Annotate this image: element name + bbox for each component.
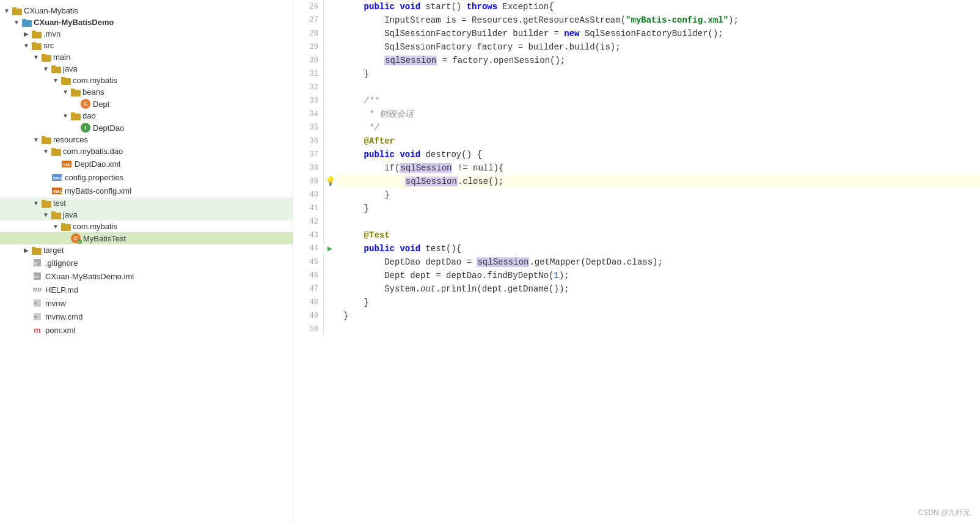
code-line-42: 42: [293, 215, 980, 229]
sidebar-item-java-test[interactable]: java: [0, 209, 293, 221]
sidebar-item-resources[interactable]: resources: [0, 134, 293, 145]
sidebar-item-mvnw[interactable]: ≡ mvnw: [0, 296, 293, 310]
code-line-39: 39 💡 sqlSession.close();: [293, 175, 980, 188]
sidebar-item-dept[interactable]: C Dept: [0, 98, 293, 110]
line-gutter-icon-bulb[interactable]: 💡: [324, 175, 336, 188]
svg-rect-19: [42, 136, 46, 139]
line-content[interactable]: }: [336, 309, 980, 323]
arrow-icon: [22, 246, 31, 255]
line-content[interactable]: * 销毁会话: [336, 108, 980, 121]
line-number: 41: [293, 202, 324, 215]
sidebar-item-help-md[interactable]: MD HELP.md: [0, 283, 293, 296]
sidebar-item-label: config.properties: [65, 173, 123, 182]
sidebar-item-label: dao: [82, 111, 96, 120]
line-content[interactable]: public void start() throws Exception{: [336, 0, 980, 13]
script-icon: ≡: [32, 298, 43, 309]
line-number: 42: [293, 215, 324, 229]
sidebar-item-com-mybatis-dao[interactable]: com.mybatis.dao: [0, 145, 293, 157]
line-content[interactable]: sqlSession = factory.openSession();: [336, 54, 980, 67]
sidebar-item-label: target: [43, 246, 64, 255]
line-content[interactable]: sqlSession.close();: [336, 175, 980, 188]
arrow-spacer: [71, 123, 79, 132]
file-tree[interactable]: CXuan-Mybatis CXuan-MyBatisDemo .mvn src…: [0, 0, 293, 523]
folder-icon: [32, 30, 42, 38]
line-content[interactable]: public void destroy() {: [336, 148, 980, 161]
sidebar-item-label: Dept: [93, 100, 109, 109]
sidebar-item-mvnw-cmd[interactable]: ≡ mvnw.cmd: [0, 310, 293, 323]
line-content[interactable]: InputStream is = Resources.getResourceAs…: [336, 13, 980, 27]
sidebar-item-deptdao-xml[interactable]: XML DeptDao.xml: [0, 157, 293, 170]
svg-text:PROP: PROP: [53, 177, 62, 180]
line-gutter-icon: [324, 255, 336, 269]
line-gutter-icon: [324, 148, 336, 161]
sidebar-item-target[interactable]: target: [0, 244, 293, 256]
line-content[interactable]: [336, 323, 980, 336]
line-content[interactable]: }: [336, 296, 980, 309]
code-line-41: 41 }: [293, 202, 980, 215]
line-content[interactable]: }: [336, 188, 980, 202]
sidebar-item-test[interactable]: test: [0, 197, 293, 209]
sidebar-item-label: java: [63, 210, 78, 219]
line-content[interactable]: Dept dept = deptDao.findByDeptNo(1);: [336, 269, 980, 282]
sidebar-item-mybatistest[interactable]: C C MyBatisTest: [0, 232, 293, 244]
line-content[interactable]: System.out.println(dept.getDname());: [336, 282, 980, 296]
line-gutter-icon: [324, 0, 336, 13]
line-gutter-icon: [324, 40, 336, 54]
code-editor: 26 public void start() throws Exception{…: [293, 0, 980, 523]
sidebar-item-label: com.mybatis: [73, 76, 117, 85]
sidebar-item-main[interactable]: main: [0, 51, 293, 63]
code-line-31: 31 }: [293, 67, 980, 81]
sidebar-item-beans[interactable]: beans: [0, 86, 293, 98]
sidebar-item-label: DeptDao.xml: [75, 159, 120, 169]
folder-icon: [42, 136, 51, 144]
line-gutter-icon: [324, 94, 336, 108]
code-line-45: 45 DeptDao deptDao = sqlSession.getMappe…: [293, 255, 980, 269]
line-gutter-icon-run[interactable]: ▶: [324, 242, 336, 255]
line-content[interactable]: }: [336, 67, 980, 81]
sidebar-item-dao[interactable]: dao: [0, 110, 293, 122]
sidebar-item-mybatisdemo[interactable]: CXuan-MyBatisDemo: [0, 16, 293, 28]
line-gutter-icon: [324, 81, 336, 94]
line-content[interactable]: public void test(){: [336, 242, 980, 255]
line-content[interactable]: /**: [336, 94, 980, 108]
run-icon[interactable]: ▶: [327, 242, 332, 255]
sidebar-item-cxuan-mybatis[interactable]: CXuan-Mybatis: [0, 5, 293, 16]
line-content[interactable]: SqlSessionFactory factory = builder.buil…: [336, 40, 980, 54]
code-line-35: 35 */: [293, 121, 980, 134]
sidebar-item-pom-xml[interactable]: m pom.xml: [0, 323, 293, 337]
line-content[interactable]: [336, 215, 980, 229]
line-content[interactable]: DeptDao deptDao = sqlSession.getMapper(D…: [336, 255, 980, 269]
sidebar-item-com-mybatis[interactable]: com.mybatis: [0, 75, 293, 86]
folder-icon: [61, 222, 71, 231]
sidebar-item-src[interactable]: src: [0, 40, 293, 51]
line-content[interactable]: */: [336, 121, 980, 134]
sidebar-item-label: CXuan-MyBatisDemo: [34, 18, 114, 27]
sidebar-item-java[interactable]: java: [0, 63, 293, 75]
sidebar-item-deptdao[interactable]: I DeptDao: [0, 122, 293, 134]
svg-text:gi: gi: [34, 261, 38, 266]
sidebar-item-com-mybatis-test[interactable]: com.mybatis: [0, 221, 293, 232]
code-line-44: 44 ▶ public void test(){: [293, 242, 980, 255]
line-content[interactable]: }: [336, 202, 980, 215]
code-line-26: 26 public void start() throws Exception{: [293, 0, 980, 13]
xml-icon: XML: [51, 185, 62, 196]
sidebar-item-mybatis-config-xml[interactable]: XML myBatis-config.xml: [0, 184, 293, 197]
arrow-icon: [61, 88, 70, 97]
folder-icon: [42, 53, 51, 62]
line-content[interactable]: @Test: [336, 229, 980, 242]
arrow-icon: [51, 76, 60, 85]
arrow-icon: [61, 112, 70, 120]
code-line-50: 50: [293, 323, 980, 336]
line-content[interactable]: SqlSessionFactoryBuilder builder = new S…: [336, 27, 980, 40]
svg-rect-17: [71, 112, 75, 115]
line-content[interactable]: [336, 81, 980, 94]
arrow-icon: [32, 136, 40, 144]
line-content[interactable]: @After: [336, 134, 980, 148]
sidebar-item-mvn[interactable]: .mvn: [0, 28, 293, 40]
line-content[interactable]: if(sqlSession != null){: [336, 161, 980, 175]
arrow-icon: [22, 42, 31, 50]
sidebar-item-config-properties[interactable]: PROP config.properties: [0, 170, 293, 184]
sidebar-item-label: pom.xml: [45, 326, 75, 335]
sidebar-item-iml[interactable]: iml CXuan-MyBatisDemo.iml: [0, 269, 293, 283]
sidebar-item-gitignore[interactable]: gi .gitignore: [0, 256, 293, 269]
